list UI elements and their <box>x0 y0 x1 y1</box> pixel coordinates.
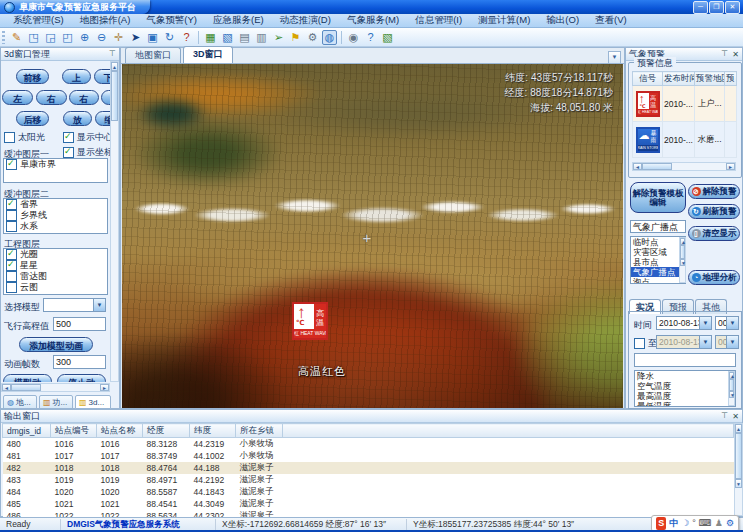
ime-punct-icon[interactable]: ° <box>692 517 696 530</box>
scroll-thumb[interactable] <box>680 245 685 259</box>
left-panel-hscrollbar[interactable]: ◄ ► <box>1 383 110 392</box>
rotate-right-button[interactable]: 右旋 <box>69 90 99 105</box>
geo-analysis-button[interactable]: ◔ 地理分析 <box>688 270 740 285</box>
ime-sogou-icon[interactable]: S <box>656 517 666 530</box>
move-left-button[interactable]: 左移 <box>2 90 33 105</box>
buffer-layer2-list[interactable]: 省界 乡界线 水系 <box>3 198 108 234</box>
scroll-down-icon[interactable]: ▼ <box>680 259 685 266</box>
table-row[interactable]: 48110171017 88.374944.1002小泉牧场 <box>3 450 734 462</box>
checkbox-icon[interactable] <box>6 260 17 271</box>
scroll-left-icon[interactable]: ◄ <box>633 163 642 170</box>
col-publish-time[interactable]: 发布时间 <box>663 72 695 86</box>
frames-input[interactable] <box>53 355 106 369</box>
tab-3d-window[interactable]: 3D窗口 <box>183 46 233 63</box>
table-row[interactable]: 48310191019 88.497144.2192滋泥泉子 <box>3 474 734 486</box>
scroll-down-icon[interactable]: ▼ <box>735 479 742 488</box>
warning-row[interactable]: ↑ ℃ 高温 红 HEAT WAVE 2010-... 上户... <box>633 86 737 122</box>
legend-icon[interactable]: ▧ <box>380 30 395 45</box>
col-township[interactable]: 所在乡镇 <box>236 424 283 438</box>
list-item-selected[interactable]: 气象广播点 <box>631 267 685 277</box>
scroll-up-icon[interactable]: ▲ <box>729 372 734 379</box>
scroll-left-icon[interactable]: ◄ <box>2 384 11 391</box>
globe-3d-icon[interactable]: ◍ <box>322 30 337 45</box>
date-select[interactable]: 2010-08-13 ▼ <box>656 316 712 330</box>
list-item[interactable]: 降水 <box>635 371 735 381</box>
element-filter-input[interactable] <box>634 353 736 367</box>
ime-keyboard-icon[interactable]: ⌨ <box>699 517 712 530</box>
checkbox-icon[interactable] <box>6 271 17 282</box>
ime-halfmoon-icon[interactable]: ☽ <box>681 517 689 530</box>
move-back-button[interactable]: 后移 <box>16 111 49 126</box>
scroll-right-icon[interactable]: ► <box>100 384 109 391</box>
list-item[interactable]: 灾害区域 <box>631 247 685 257</box>
move-right-button[interactable]: 右移 <box>36 90 67 105</box>
list-item[interactable]: 最高温度 <box>635 391 735 401</box>
tab-function-panel[interactable]: ▥ 功... <box>39 395 73 409</box>
checkbox-icon[interactable] <box>634 338 645 349</box>
eye-icon[interactable]: ◉ <box>346 30 361 45</box>
minimize-button[interactable]: ─ <box>693 1 708 14</box>
hour-select[interactable]: 00 ▼ <box>715 316 739 330</box>
checkbox-icon[interactable] <box>63 132 74 143</box>
heat-wave-sign[interactable]: ↑ ℃ 高温 红 HEAT WAVE <box>292 302 328 340</box>
ime-chinese-icon[interactable]: 中 <box>669 517 678 530</box>
warning-table[interactable]: 信号 发布时间 预警地区 预 ↑ ℃ 高温 红 HEAT WAVE 2010-.… <box>632 71 737 158</box>
tab-map-panel[interactable]: ◍ 地... <box>3 395 37 409</box>
left-panel-vscrollbar[interactable]: ▲ <box>110 61 119 382</box>
tilt-down-button[interactable]: 下偏 <box>94 69 110 84</box>
pin-icon[interactable]: ⊤ <box>721 49 728 59</box>
menu-view[interactable]: 查看(V) <box>588 14 634 27</box>
menu-info[interactable]: 信息管理(I) <box>408 14 469 27</box>
zoom-out-3d-button[interactable]: 缩小 <box>95 111 110 126</box>
point-type-value[interactable]: 气象广播点 <box>630 220 686 233</box>
identify-icon[interactable]: ? <box>179 30 194 45</box>
remove-warning-template-button[interactable]: 解除预警模板编辑 <box>630 182 686 213</box>
restore-button[interactable]: ❐ <box>709 1 724 14</box>
zoom-select-icon[interactable]: ◰ <box>60 30 75 45</box>
help-icon[interactable]: ? <box>363 30 378 45</box>
scroll-thumb[interactable] <box>11 384 41 391</box>
col-dmgis-id[interactable]: dmgis_id <box>3 424 51 438</box>
menu-dynamic[interactable]: 动态推演(D) <box>273 14 338 27</box>
checkbox-icon[interactable] <box>6 199 17 210</box>
basemap-icon[interactable]: ▦ <box>203 30 218 45</box>
pin-icon[interactable]: ⊤ <box>721 411 728 421</box>
model-anim-button[interactable]: 模型动画 <box>3 374 52 382</box>
close-icon[interactable]: ✕ <box>732 50 739 59</box>
col-station-name[interactable]: 站点名称 <box>97 424 143 438</box>
scroll-up-icon[interactable]: ▲ <box>735 424 742 433</box>
scroll-thumb[interactable] <box>729 379 734 391</box>
menu-system[interactable]: 系统管理(S) <box>6 14 71 27</box>
table-row-selected[interactable]: 48210181018 88.476444.188滋泥泉子 <box>3 462 734 474</box>
scroll-thumb[interactable] <box>642 163 672 170</box>
ime-person-icon[interactable]: ♟ <box>715 517 723 530</box>
terrain-3d-viewport[interactable]: ↑ ℃ 高温 红 HEAT WAVE 高温红色 + 纬度: 43度57分18.1… <box>122 64 623 408</box>
ime-tools-icon[interactable]: ⚙ <box>726 517 734 530</box>
pan-box-icon[interactable]: ◲ <box>43 30 58 45</box>
list-item[interactable]: 县市点 <box>631 257 685 267</box>
pin-icon[interactable]: ⊤ <box>109 49 116 59</box>
table-row[interactable]: 48010161016 88.312844.2319小泉牧场 <box>3 438 734 451</box>
fly-icon[interactable]: ➢ <box>271 30 286 45</box>
checkbox-icon[interactable] <box>6 282 17 293</box>
scroll-up-icon[interactable]: ▲ <box>111 62 118 71</box>
menu-map-ops[interactable]: 地图操作(A) <box>73 14 138 27</box>
chevron-down-icon[interactable]: ▼ <box>726 336 738 348</box>
layer-item[interactable]: 水系 <box>4 221 107 232</box>
date-select-end[interactable]: 2010-08-13 ▼ <box>656 335 712 349</box>
layer-item[interactable]: 云图 <box>4 282 107 293</box>
zoom-box-icon[interactable]: ◳ <box>26 30 41 45</box>
buffer-layer1-list[interactable]: 阜康市界 <box>3 158 108 183</box>
checkbox-icon[interactable] <box>6 159 17 170</box>
snapshot-icon[interactable]: ▧ <box>220 30 235 45</box>
print-icon[interactable]: ▤ <box>237 30 252 45</box>
scroll-right-icon[interactable]: ► <box>726 163 735 170</box>
menu-output[interactable]: 输出(O) <box>539 14 586 27</box>
hour-select-end[interactable]: 00 ▼ <box>715 335 739 349</box>
col-extra[interactable]: 预 <box>725 72 737 86</box>
chevron-down-icon[interactable]: ▼ <box>726 317 738 329</box>
add-model-anim-button[interactable]: 添加模型动画 <box>19 337 93 352</box>
light-icon[interactable]: ⚑ <box>288 30 303 45</box>
tab-menu-button[interactable]: ▼ <box>608 51 621 64</box>
tab-3d-panel[interactable]: ▥ 3d... <box>75 395 111 409</box>
